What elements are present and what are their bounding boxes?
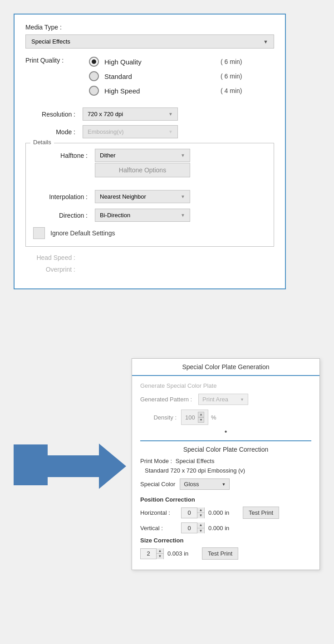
scp-special-color-arrow-icon: ▼	[221, 482, 226, 487]
scp-density-value: 100	[185, 414, 195, 421]
quality-label-highspeed: High Speed	[104, 87, 140, 95]
horizontal-up-icon[interactable]: ▲	[197, 507, 204, 513]
scp-pattern-arrow-icon: ▼	[240, 397, 244, 402]
halftone-label: Halftone :	[33, 152, 88, 159]
details-group: Details Halftone : Dither ▼ Halftone Opt…	[25, 143, 274, 247]
ignore-default-row: Ignore Default Settings	[33, 227, 266, 239]
scp-special-color-row: Special Color Gloss ▼	[140, 478, 311, 490]
quality-label-high: High Quality	[104, 58, 142, 66]
quality-option-high[interactable]: High Quality	[89, 57, 207, 67]
quality-option-standard[interactable]: Standard	[89, 71, 207, 81]
ignore-default-label: Ignore Default Settings	[50, 229, 115, 237]
head-speed-row: Head Speed :	[25, 254, 274, 261]
scp-density-up-icon[interactable]: ▲	[198, 412, 204, 417]
radio-high-quality[interactable]	[89, 57, 99, 67]
halftone-options-container: Halftone Options	[95, 165, 266, 184]
vertical-row: Vertical : 0 ▲ ▼ 0.000 in	[140, 522, 311, 533]
quality-time-high: ( 6 min)	[221, 58, 242, 65]
resolution-value: 720 x 720 dpi	[88, 111, 123, 117]
halftone-arrow-icon: ▼	[181, 153, 185, 158]
details-legend: Details	[30, 139, 54, 146]
quality-row-standard: Standard ( 6 min)	[89, 71, 274, 81]
media-type-value: Special Effects	[31, 38, 70, 45]
interpolation-label: Interpolation :	[33, 193, 88, 200]
quality-time-highspeed: ( 4 min)	[221, 87, 242, 94]
blue-arrow-point-icon	[99, 444, 126, 489]
vertical-value: 0	[182, 525, 197, 532]
resolution-arrow-icon: ▼	[168, 112, 173, 117]
media-type-dropdown[interactable]: Special Effects ▼	[25, 34, 274, 49]
dot-separator: •	[140, 428, 311, 436]
scp-correction-header: Special Color Plate Correction	[140, 446, 311, 453]
size-inch: 0.003 in	[167, 550, 195, 557]
size-test-print-button[interactable]: Test Print	[202, 547, 238, 560]
scp-standard-line: Standard 720 x 720 dpi Embossing (v)	[140, 467, 311, 474]
blue-arrow-horizontal-bar	[14, 455, 104, 477]
scp-special-color-value: Gloss	[184, 481, 199, 488]
resolution-row: Resolution : 720 x 720 dpi ▼	[25, 107, 274, 121]
direction-value: Bi-Direction	[100, 212, 130, 219]
scp-density-unit: %	[211, 414, 216, 421]
scp-body: Generate Special Color Plate Generated P…	[132, 376, 319, 570]
scp-print-mode-label: Print Mode :	[140, 458, 172, 464]
size-arrows[interactable]: ▲ ▼	[156, 548, 163, 559]
horizontal-test-print-button[interactable]: Test Print	[243, 507, 279, 519]
halftone-dropdown[interactable]: Dither ▼	[95, 149, 190, 162]
direction-row: Direction : Bi-Direction ▼	[33, 209, 266, 222]
interpolation-value: Nearest Neighbor	[100, 193, 146, 200]
interpolation-arrow-icon: ▼	[181, 194, 185, 199]
scp-panel: Special Color Plate Generation Generate …	[132, 358, 320, 570]
quality-row-high: High Quality ( 6 min)	[89, 57, 274, 67]
mode-value: Embossing(v)	[88, 128, 123, 135]
scp-density-spinner[interactable]: ▲ ▼	[198, 412, 204, 423]
horizontal-down-icon[interactable]: ▼	[197, 513, 204, 518]
halftone-options-button[interactable]: Halftone Options	[95, 163, 190, 177]
scp-density-row: Density : 100 ▲ ▼ %	[140, 410, 311, 425]
horizontal-value: 0	[182, 509, 197, 516]
scp-generate-label: Generate Special Color Plate	[140, 382, 311, 389]
head-speed-label: Head Speed :	[25, 254, 75, 261]
scp-pattern-label: Generated Pattern :	[140, 396, 195, 403]
vertical-inch: 0.000 in	[208, 525, 236, 532]
print-quality-options: High Quality ( 6 min) Standard ( 6 min)	[84, 57, 274, 100]
scp-generation-header: Special Color Plate Generation	[132, 359, 319, 376]
size-down-icon[interactable]: ▼	[157, 554, 163, 559]
print-quality-label: Print Quality :	[25, 57, 84, 64]
mode-label: Mode :	[25, 128, 75, 136]
quality-option-highspeed[interactable]: High Speed	[89, 86, 207, 96]
overprint-label: Overprint :	[25, 266, 75, 273]
scp-special-color-dropdown[interactable]: Gloss ▼	[180, 478, 230, 490]
radio-highspeed[interactable]	[89, 86, 99, 96]
size-correction-label: Size Correction	[140, 537, 311, 544]
scp-density-label: Density :	[140, 414, 177, 421]
size-spinbox[interactable]: 2 ▲ ▼	[140, 548, 164, 559]
quality-time-standard: ( 6 min)	[221, 73, 242, 80]
horizontal-row: Horizontal : 0 ▲ ▼ 0.000 in Test Print	[140, 507, 311, 519]
scp-special-color-label: Special Color	[140, 481, 175, 488]
scp-pattern-value: Print Area	[202, 396, 228, 403]
vertical-spinbox[interactable]: 0 ▲ ▼	[181, 522, 205, 533]
scp-density-down-icon[interactable]: ▼	[198, 417, 204, 423]
size-up-icon[interactable]: ▲	[157, 548, 163, 554]
interpolation-dropdown[interactable]: Nearest Neighbor ▼	[95, 190, 190, 203]
vertical-arrows[interactable]: ▲ ▼	[197, 522, 204, 533]
horizontal-spinbox[interactable]: 0 ▲ ▼	[181, 507, 205, 518]
scp-pattern-row: Generated Pattern : Print Area ▼	[140, 394, 311, 405]
mode-row: Mode : Embossing(v) ▼	[25, 125, 274, 138]
vertical-down-icon[interactable]: ▼	[197, 528, 204, 534]
horizontal-arrows[interactable]: ▲ ▼	[197, 507, 204, 518]
position-correction-label: Position Correction	[140, 496, 311, 503]
mode-dropdown: Embossing(v) ▼	[83, 125, 178, 138]
resolution-dropdown[interactable]: 720 x 720 dpi ▼	[83, 107, 178, 121]
vertical-up-icon[interactable]: ▲	[197, 522, 204, 528]
blue-arrow	[14, 435, 136, 494]
direction-arrow-icon: ▼	[181, 213, 185, 218]
quality-row-highspeed: High Speed ( 4 min)	[89, 86, 274, 96]
size-value: 2	[141, 550, 156, 557]
ignore-default-checkbox[interactable]	[33, 227, 45, 239]
media-type-arrow-icon: ▼	[263, 39, 268, 44]
interpolation-row: Interpolation : Nearest Neighbor ▼	[33, 190, 266, 203]
direction-dropdown[interactable]: Bi-Direction ▼	[95, 209, 190, 222]
radio-standard[interactable]	[89, 71, 99, 81]
vertical-label: Vertical :	[140, 525, 181, 532]
